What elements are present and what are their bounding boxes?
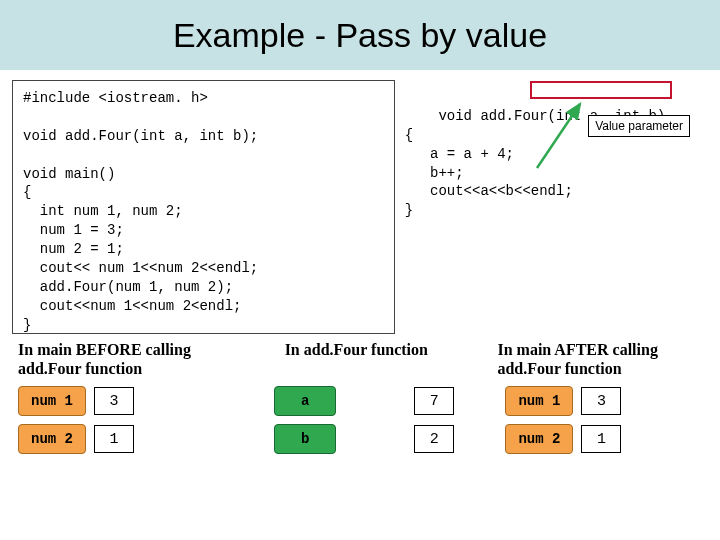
var-label-num1: num 1	[18, 386, 86, 416]
memory-boxes-row: num 1 3 num 2 1 a 7 b 2 num 1 3 num 2 1	[0, 378, 720, 454]
title-bar: Example - Pass by value	[0, 0, 720, 70]
parameter-highlight-box	[530, 81, 672, 99]
var-row: num 1 3	[18, 386, 223, 416]
var-row: num 2 1	[18, 424, 223, 454]
caption-after: In main AFTER calling add.Four function	[489, 340, 720, 378]
var-value-num2: 1	[94, 425, 134, 453]
var-label-num1-after: num 1	[505, 386, 573, 416]
var-label-num2-after: num 2	[505, 424, 573, 454]
var-label-b: b	[274, 424, 336, 454]
code-block-function: void add.Four(int a, int b) { a = a + 4;…	[395, 80, 708, 334]
var-value-a: 7	[414, 387, 454, 415]
var-row: num 1 3	[505, 386, 720, 416]
slide-title: Example - Pass by value	[173, 16, 547, 55]
var-value-b: 2	[414, 425, 454, 453]
memory-group-before: num 1 3 num 2 1	[18, 386, 223, 454]
var-row: num 2 1	[505, 424, 720, 454]
caption-in-function: In add.Four function	[233, 340, 479, 378]
caption-before: In main BEFORE calling add.Four function	[18, 340, 223, 378]
var-value-num1-after: 3	[581, 387, 621, 415]
var-value-num1: 3	[94, 387, 134, 415]
memory-group-in-function: a 7 b 2	[241, 386, 487, 454]
code-block-main: #include <iostream. h> void add.Four(int…	[12, 80, 395, 334]
captions-row: In main BEFORE calling add.Four function…	[0, 340, 720, 378]
var-value-num2-after: 1	[581, 425, 621, 453]
var-label-num2: num 2	[18, 424, 86, 454]
var-label-a: a	[274, 386, 336, 416]
value-parameter-callout: Value parameter	[588, 115, 690, 137]
var-row: a 7	[274, 386, 454, 416]
var-row: b 2	[274, 424, 454, 454]
code-area: #include <iostream. h> void add.Four(int…	[0, 70, 720, 340]
memory-group-after: num 1 3 num 2 1	[505, 386, 720, 454]
